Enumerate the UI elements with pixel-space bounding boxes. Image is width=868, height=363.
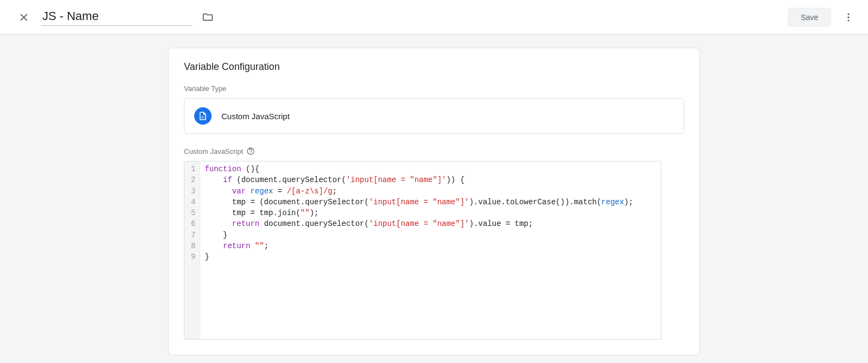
code-editor[interactable]: 123456789 function (){ if (document.quer… <box>184 161 661 340</box>
close-icon <box>18 11 30 23</box>
variable-name-input[interactable] <box>41 8 193 26</box>
svg-point-1 <box>847 16 849 18</box>
body-area: Variable Configuration Variable Type Cus… <box>0 35 868 363</box>
custom-js-icon <box>194 107 212 125</box>
header-bar: Save <box>0 0 868 35</box>
variable-type-name: Custom JavaScript <box>221 112 290 121</box>
save-button[interactable]: Save <box>788 8 831 27</box>
close-button[interactable] <box>13 7 35 28</box>
variable-type-label: Variable Type <box>184 85 684 93</box>
svg-point-2 <box>847 20 849 21</box>
folder-button[interactable] <box>197 7 219 28</box>
folder-icon <box>202 11 214 23</box>
more-vert-icon <box>843 12 854 23</box>
svg-point-0 <box>847 13 849 15</box>
help-icon[interactable] <box>246 147 255 155</box>
custom-js-label: Custom JavaScript <box>184 147 684 155</box>
variable-config-card: Variable Configuration Variable Type Cus… <box>168 48 700 355</box>
more-menu-button[interactable] <box>838 7 859 28</box>
variable-type-label-text: Variable Type <box>184 85 226 93</box>
card-title: Variable Configuration <box>184 61 684 73</box>
code-content[interactable]: function (){ if (document.querySelector(… <box>200 161 661 339</box>
variable-type-selector[interactable]: Custom JavaScript <box>184 98 684 134</box>
custom-js-label-text: Custom JavaScript <box>184 147 243 155</box>
code-gutter: 123456789 <box>184 161 200 339</box>
